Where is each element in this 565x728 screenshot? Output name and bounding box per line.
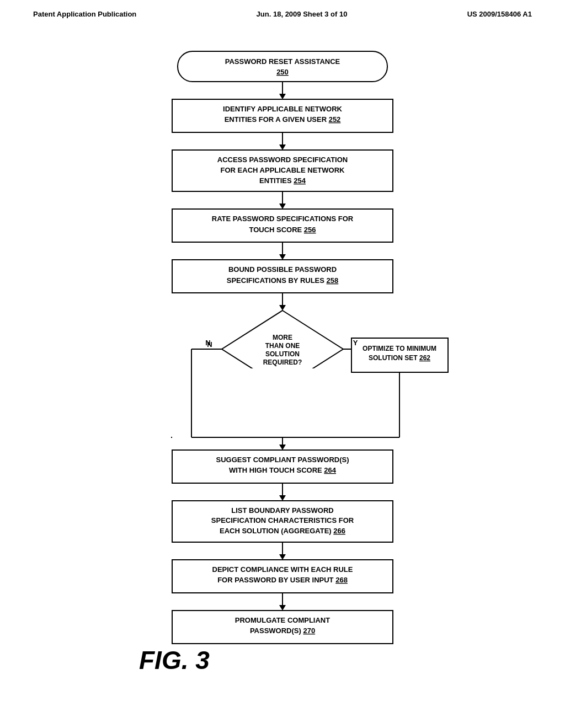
svg-marker-5	[279, 144, 286, 150]
svg-marker-8	[279, 204, 286, 209]
step2-line2: FOR EACH APPLICABLE NETWORK	[221, 166, 345, 174]
diagram-container: PASSWORD RESET ASSISTANCE 250 IDENTIFY A…	[0, 24, 565, 691]
svg-marker-42	[279, 554, 286, 560]
step1-line2: ENTITIES FOR A GIVEN USER 252	[225, 115, 341, 124]
step9-line2: PASSWORD(S) 270	[250, 627, 315, 635]
step1-line1: IDENTIFY APPLICABLE NETWORK	[223, 105, 343, 113]
step4-line2: SPECIFICATIONS BY RULES 258	[227, 276, 339, 285]
decision-line3: SOLUTION	[265, 350, 300, 358]
step6-line1: SUGGEST COMPLIANT PASSWORD(S)	[216, 456, 349, 464]
svg-marker-11	[279, 254, 286, 260]
header-center: Jun. 18, 2009 Sheet 3 of 10	[257, 10, 348, 18]
step8-line2: FOR PASSWORD BY USER INPUT 268	[217, 576, 348, 584]
svg-rect-22	[172, 368, 420, 446]
svg-marker-34	[279, 445, 286, 450]
start-label: PASSWORD RESET ASSISTANCE	[225, 57, 340, 66]
step2-line3: ENTITIES 254	[259, 176, 306, 185]
step3-line2: TOUCH SCORE 256	[249, 226, 316, 234]
step2-line1: ACCESS PASSWORD SPECIFICATION	[217, 156, 348, 164]
fig-label: FIG. 3	[139, 646, 210, 675]
header-right: US 2009/158406 A1	[467, 10, 532, 18]
step6-line2: WITH HIGH TOUCH SCORE 264	[229, 466, 337, 474]
svg-marker-14	[279, 305, 286, 311]
svg-text:SOLUTION SET 262: SOLUTION SET 262	[369, 354, 430, 362]
step8-line1: DEPICT COMPLIANCE WITH EACH RULE	[212, 565, 353, 574]
page-header: Patent Application Publication Jun. 18, …	[0, 0, 565, 24]
svg-text:OPTIMIZE TO MINIMUM: OPTIMIZE TO MINIMUM	[363, 345, 436, 352]
flowchart-svg: PASSWORD RESET ASSISTANCE 250 IDENTIFY A…	[89, 40, 476, 680]
svg-marker-2	[279, 94, 286, 99]
svg-text:Y: Y	[353, 339, 358, 347]
svg-marker-39	[279, 495, 286, 501]
step3-line1: RATE PASSWORD SPECIFICATIONS FOR	[212, 215, 354, 223]
step7-line1: LIST BOUNDARY PASSWORD	[231, 506, 333, 515]
step7-line2: SPECIFICATION CHARACTERISTICS FOR	[211, 516, 354, 524]
start-num: 250	[276, 68, 289, 76]
decision-line4: REQUIRED?	[263, 358, 302, 366]
svg-marker-45	[279, 605, 286, 611]
svg-rect-0	[178, 51, 387, 82]
decision-line1: MORE	[273, 334, 292, 341]
step9-line1: PROMULGATE COMPLIANT	[235, 616, 330, 624]
header-left: Patent Application Publication	[33, 10, 136, 18]
step4-line1: BOUND POSSIBLE PASSWORD	[228, 265, 337, 274]
step7-line3: EACH SOLUTION (AGGREGATE) 266	[220, 527, 345, 535]
decision-line2: THAN ONE	[265, 342, 300, 350]
svg-text:N: N	[205, 339, 210, 347]
